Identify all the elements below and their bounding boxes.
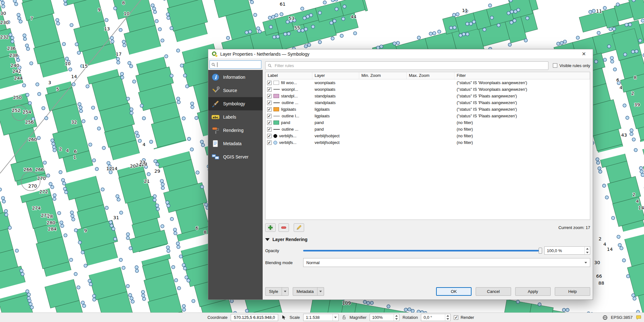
rule-row[interactable]: pandpand(no filter)	[266, 119, 590, 126]
cancel-button[interactable]: Cancel	[476, 287, 511, 296]
sidebar-item-rendering[interactable]: Rendering	[208, 124, 263, 137]
rule-visibility-checkbox[interactable]	[267, 140, 272, 145]
column-header[interactable]: Min. Zoom	[359, 72, 407, 79]
symbol-swatch	[273, 89, 280, 90]
rule-visibility-checkbox[interactable]	[267, 127, 272, 132]
symbol-swatch	[273, 81, 279, 85]
close-button[interactable]: ✕	[578, 49, 590, 59]
column-header[interactable]: Max. Zoom	[407, 72, 454, 79]
rule-row[interactable]: outline ...pand(no filter)	[266, 126, 590, 133]
sidebar-item-information[interactable]: iInformation	[208, 71, 263, 84]
rule-visibility-checkbox[interactable]	[267, 81, 272, 85]
filter-cell: ("status" IS 'Plaats aangewezen')	[454, 107, 590, 112]
render-checkbox[interactable]: Render	[454, 315, 474, 320]
svg-text:1: 1	[73, 155, 76, 160]
rule-label: outline ...	[282, 100, 298, 105]
sidebar-item-qgis-server[interactable]: QGIS Server	[208, 150, 263, 164]
rule-visibility-checkbox[interactable]	[267, 107, 272, 112]
svg-text:236: 236	[7, 46, 16, 51]
svg-text:23: 23	[140, 160, 145, 165]
rule-label: pand	[281, 120, 290, 125]
column-header[interactable]: Label	[266, 72, 312, 79]
rule-visibility-checkbox[interactable]	[267, 94, 272, 98]
svg-text:39: 39	[634, 102, 640, 107]
magnifier-label: Magnifier	[350, 315, 366, 320]
layer-rendering-section-header[interactable]: Layer Rendering	[265, 236, 590, 243]
rule-row[interactable]: outline l...ligplaats("status" IS 'Plaat…	[266, 113, 590, 119]
svg-text:21: 21	[144, 179, 150, 184]
lock-scale-icon[interactable]	[342, 315, 347, 320]
style-menu-arrow[interactable]	[282, 288, 288, 295]
metadata-button[interactable]: Metadata	[293, 287, 324, 296]
add-rule-button[interactable]	[265, 223, 276, 232]
opacity-slider[interactable]	[303, 248, 542, 254]
ok-button[interactable]: OK	[436, 287, 472, 296]
rule-row[interactable]: ligplaatsligplaats("status" IS 'Plaats a…	[266, 106, 590, 113]
qgis-window: 3072302329810132362381715101424024224435…	[0, 0, 644, 322]
metadata-menu-arrow[interactable]	[317, 288, 324, 295]
filter-cell: (no filter)	[454, 120, 590, 125]
symbol-swatch	[273, 121, 279, 125]
rule-row[interactable]: fill woo...woonplaats("status" IS 'Woonp…	[266, 79, 590, 86]
spin-arrows[interactable]	[394, 314, 399, 321]
svg-text:4: 4	[619, 85, 622, 90]
opacity-spinbox[interactable]: 100,0 %	[544, 246, 590, 255]
edit-rule-button[interactable]	[294, 223, 304, 232]
rule-visibility-checkbox[interactable]	[267, 121, 272, 125]
sidebar-item-source[interactable]: Source	[208, 84, 263, 97]
style-button[interactable]: Style	[265, 287, 289, 296]
svg-text:2: 2	[598, 236, 601, 241]
blending-mode-dropdown[interactable]: Normal	[303, 258, 590, 267]
rule-row[interactable]: standpl...standplaats("status" IS 'Plaat…	[266, 93, 590, 99]
rule-visibility-checkbox[interactable]	[267, 134, 272, 138]
mouse-position-icon[interactable]	[281, 315, 286, 320]
source-icon	[211, 86, 220, 95]
column-header[interactable]: Filter	[454, 72, 590, 79]
checkbox-box[interactable]	[454, 315, 458, 320]
svg-text:2: 2	[631, 91, 634, 96]
scale-combobox[interactable]: 1:1.538	[303, 314, 339, 321]
svg-text:abc: abc	[213, 115, 219, 119]
blending-mode-value: Normal	[306, 260, 320, 265]
remove-rule-button[interactable]	[278, 223, 289, 232]
rules-table-body[interactable]: fill woo...woonplaats("status" IS 'Woonp…	[266, 79, 590, 220]
sidebar-search-input[interactable]	[209, 60, 261, 69]
sidebar-nav: iInformationSourceSymbologyabcLabelsRend…	[208, 70, 263, 300]
rule-row[interactable]: verblijfs...verblijfsobject(no filter)	[266, 139, 590, 146]
sidebar-item-metadata[interactable]: Metadata	[208, 137, 263, 150]
magnifier-spinbox[interactable]: 100%	[370, 314, 399, 321]
filter-rules-input[interactable]	[265, 61, 548, 70]
sidebar-item-symbology[interactable]: Symbology	[208, 97, 263, 110]
coordinate-input[interactable]	[231, 314, 278, 321]
qgis-logo-icon	[211, 51, 218, 57]
rule-visibility-checkbox[interactable]	[267, 87, 272, 92]
help-button[interactable]: Help	[555, 287, 590, 296]
apply-button[interactable]: Apply	[515, 287, 551, 296]
text-caret	[217, 62, 217, 67]
chevron-down-icon[interactable]	[333, 314, 338, 321]
column-header[interactable]: Layer	[312, 72, 359, 79]
rule-visibility-checkbox[interactable]	[267, 114, 272, 118]
log-messages-icon[interactable]	[636, 315, 641, 320]
rule-visibility-checkbox[interactable]	[267, 101, 272, 105]
spin-arrows[interactable]	[445, 314, 450, 321]
sidebar-item-labels[interactable]: abcLabels	[208, 110, 263, 124]
svg-text:6: 6	[74, 149, 77, 154]
status-bar: Coordinate Scale 1:1.538 Magnifier 100%	[0, 313, 644, 322]
crs-label[interactable]: EPSG:3857	[611, 315, 633, 320]
svg-text:244: 244	[14, 76, 23, 81]
rotation-spinbox[interactable]: 0,0 °	[421, 314, 451, 321]
crs-icon[interactable]	[603, 315, 608, 320]
svg-text:55: 55	[294, 25, 300, 30]
rule-row[interactable]: woonpl...woonplaats("status" IS 'Woonpla…	[266, 86, 590, 93]
spin-arrows[interactable]	[585, 247, 590, 254]
rules-table[interactable]: LabelLayerMin. ZoomMax. ZoomFilter fill …	[265, 72, 590, 220]
sidebar-item-label: Metadata	[223, 141, 241, 146]
rule-row[interactable]: verblijfs...verblijfsobject(no filter)	[266, 133, 590, 139]
dialog-titlebar[interactable]: Layer Properties - Netherlands — Symbolo…	[208, 49, 593, 59]
rule-row[interactable]: outline ...standplaats("status" IS 'Plaa…	[266, 99, 590, 106]
visible-rules-checkbox[interactable]: Visible rules only	[553, 63, 590, 68]
opacity-slider-handle[interactable]	[539, 248, 542, 254]
filter-rules-text[interactable]	[274, 63, 546, 68]
checkbox-box[interactable]	[553, 63, 557, 68]
